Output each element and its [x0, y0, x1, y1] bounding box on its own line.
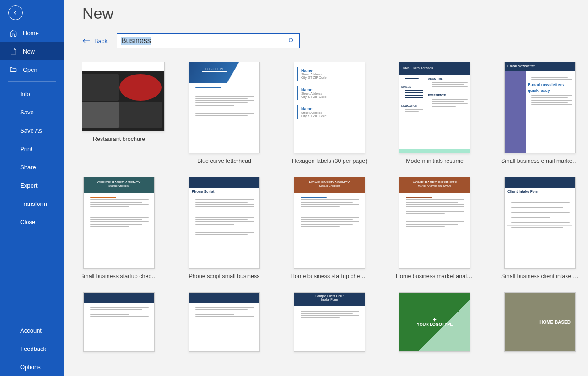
- back-link[interactable]: Back: [82, 38, 108, 44]
- sidebar-item-saveas[interactable]: Save As: [0, 121, 64, 140]
- sidebar-subnav: Info Save Save As Print Share Export Tra…: [0, 85, 64, 231]
- template-client-intake-form[interactable]: Client Intake Form Small business client…: [503, 177, 577, 279]
- template-thumb: HOME-BASED BUSINESSMarket Analysis and S…: [399, 177, 470, 269]
- sidebar-item-transform[interactable]: Transform: [0, 194, 64, 213]
- divider: [8, 81, 56, 82]
- template-thumb: [189, 292, 260, 352]
- home-icon: [9, 29, 17, 37]
- sidebar-nav: Home New Open: [0, 22, 64, 79]
- template-home-market-analysis[interactable]: HOME-BASED BUSINESSMarket Analysis and S…: [398, 177, 471, 279]
- arrow-left-icon: [12, 10, 19, 16]
- sidebar-item-export[interactable]: Export: [0, 176, 64, 194]
- sidebar-item-feedback[interactable]: Feedback: [0, 339, 64, 358]
- search-input[interactable]: Business: [121, 37, 151, 45]
- sidebar-item-account[interactable]: Account: [0, 321, 64, 339]
- template-restaurant-brochure[interactable]: Restaurant brochure: [82, 62, 156, 164]
- sidebar-item-label: Home: [23, 30, 39, 37]
- template-hexagon-labels[interactable]: NameStreet AddressCity, ST ZIP Code Name…: [293, 62, 366, 164]
- sidebar-item-print[interactable]: Print: [0, 140, 64, 158]
- template-thumb: HOME-BASED AGENCYStartup Checklist: [294, 177, 365, 269]
- search-button[interactable]: [286, 36, 297, 46]
- arrow-left-icon: [82, 38, 91, 43]
- template-label: Blue curve letterhead: [197, 158, 251, 164]
- template-home-startup-checklist[interactable]: HOME-BASED AGENCYStartup Checklist Home …: [293, 177, 366, 279]
- template-label: Phone script small business: [189, 273, 260, 279]
- sidebar-item-label: Open: [23, 66, 38, 73]
- template-partial-2[interactable]: [188, 292, 261, 352]
- template-label: Modern initials resume: [406, 158, 464, 164]
- page-title: New: [82, 5, 588, 22]
- sidebar-item-new[interactable]: New: [0, 42, 64, 60]
- template-label: Small business email marketi...: [501, 158, 579, 164]
- svg-point-0: [289, 38, 293, 42]
- template-thumb: [83, 292, 155, 352]
- toolbar: Back Business: [82, 33, 588, 48]
- template-thumb: M/KMira Karlsson SKILLS EDUCATION ABOUT …: [399, 62, 470, 153]
- template-thumb: Phone Script: [189, 177, 260, 269]
- template-thumb: LOGO HERE: [189, 62, 260, 153]
- template-thumb: ✚YOUR LOGOTYPE: [399, 292, 470, 352]
- sidebar-item-info[interactable]: Info: [0, 85, 64, 103]
- templates-grid: Restaurant brochure LOGO HERE Blue curve…: [82, 62, 588, 369]
- template-label: Small business client intake f...: [501, 273, 579, 279]
- sidebar-item-close[interactable]: Close: [0, 213, 64, 231]
- template-label: Small business startup checklist: [82, 273, 158, 279]
- template-thumb: Sample Client Call /Intake Form: [294, 292, 365, 352]
- sidebar-item-save[interactable]: Save: [0, 103, 64, 121]
- back-link-label: Back: [94, 38, 108, 44]
- sidebar-item-label: New: [23, 48, 35, 55]
- template-blue-curve-letterhead[interactable]: LOGO HERE Blue curve letterhead: [188, 62, 261, 164]
- template-modern-initials-resume[interactable]: M/KMira Karlsson SKILLS EDUCATION ABOUT …: [398, 62, 471, 164]
- template-email-newsletter[interactable]: Email Newsletter E-mail newsletters — qu…: [503, 62, 577, 164]
- template-thumb: [82, 62, 165, 131]
- sidebar: Home New Open Info Save Save As Print Sh…: [0, 0, 64, 376]
- search-icon: [288, 37, 295, 44]
- back-circle-button[interactable]: [8, 5, 23, 20]
- template-label: Hexagon labels (30 per page): [292, 158, 367, 164]
- template-partial-5[interactable]: HOME BASED: [503, 292, 577, 352]
- template-thumb: NameStreet AddressCity, ST ZIP Code Name…: [294, 62, 365, 153]
- sidebar-item-home[interactable]: Home: [0, 24, 64, 42]
- template-thumb: HOME BASED: [504, 292, 576, 352]
- template-thumb: Client Intake Form: [504, 177, 576, 269]
- sidebar-item-open[interactable]: Open: [0, 60, 64, 79]
- template-startup-checklist[interactable]: OFFICE-BASED AGENCYStartup Checklist Sma…: [82, 177, 156, 279]
- main-area: New Back Business Restaurant brochure: [64, 0, 588, 376]
- sidebar-item-share[interactable]: Share: [0, 158, 64, 176]
- template-partial-1[interactable]: [82, 292, 156, 352]
- template-thumb: OFFICE-BASED AGENCYStartup Checklist: [83, 177, 155, 269]
- divider: [8, 318, 56, 318]
- template-label: Home business market analy...: [396, 273, 474, 279]
- search-box: Business: [117, 33, 300, 48]
- sidebar-item-options[interactable]: Options: [0, 358, 64, 376]
- template-partial-4[interactable]: ✚YOUR LOGOTYPE: [398, 292, 471, 352]
- template-partial-3[interactable]: Sample Client Call /Intake Form: [293, 292, 366, 352]
- new-icon: [9, 47, 17, 55]
- template-label: Restaurant brochure: [93, 136, 145, 142]
- sidebar-footer: Account Feedback Options: [0, 315, 64, 376]
- open-icon: [9, 65, 17, 74]
- template-thumb: Email Newsletter E-mail newsletters — qu…: [504, 62, 576, 153]
- template-phone-script[interactable]: Phone Script Phone script small business: [188, 177, 261, 279]
- template-label: Home business startup check...: [291, 273, 368, 279]
